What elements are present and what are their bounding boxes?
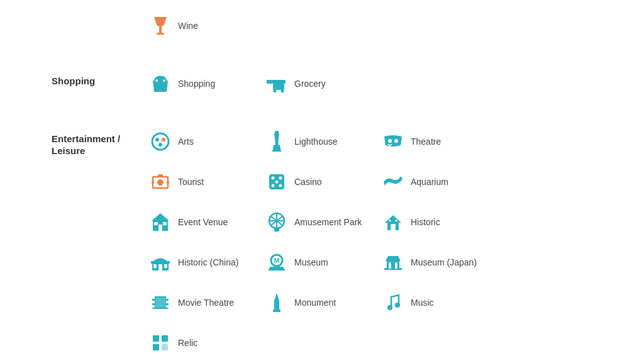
- svg-rect-78: [152, 301, 155, 303]
- svg-rect-14: [157, 33, 164, 35]
- svg-rect-31: [272, 150, 281, 152]
- svg-rect-92: [162, 344, 168, 350]
- svg-point-33: [394, 139, 398, 143]
- arts-icon: [149, 130, 172, 153]
- item-label-shopping: Shopping: [178, 79, 215, 89]
- svg-point-12: [157, 23, 164, 26]
- item-label-wine: Wine: [178, 21, 198, 31]
- item-label-theatre: Theatre: [411, 137, 441, 147]
- svg-rect-56: [274, 227, 279, 232]
- svg-rect-81: [166, 301, 169, 303]
- item-label-arts: Arts: [178, 137, 194, 147]
- music-icon: [382, 291, 404, 314]
- item-monument: Monument: [265, 291, 382, 314]
- svg-marker-58: [385, 215, 401, 223]
- monument-icon: [265, 291, 288, 314]
- svg-rect-19: [273, 84, 284, 90]
- svg-point-21: [281, 89, 284, 92]
- svg-rect-38: [167, 181, 169, 184]
- item-movie-theatre: Movie Theatre: [149, 291, 265, 314]
- museum-icon: M: [265, 251, 288, 274]
- item-label-historic-china: Historic (China): [178, 257, 238, 267]
- svg-point-24: [155, 138, 159, 142]
- svg-rect-73: [384, 268, 402, 270]
- item-label-music: Music: [411, 298, 434, 308]
- svg-point-88: [395, 303, 400, 308]
- item-museum-japan: Museum (Japan): [382, 251, 498, 274]
- svg-rect-22: [267, 81, 273, 83]
- svg-point-40: [272, 176, 275, 179]
- item-label-event-venue: Event Venue: [178, 217, 228, 227]
- item-label-relic: Relic: [178, 338, 197, 348]
- svg-point-32: [388, 139, 392, 143]
- section-label-shopping: Shopping: [52, 72, 149, 87]
- item-music: Music: [382, 291, 498, 314]
- svg-point-44: [275, 180, 279, 183]
- item-label-tourist: Tourist: [178, 177, 204, 187]
- item-amusement-park: Amusement Park: [265, 211, 382, 233]
- svg-marker-27: [274, 133, 279, 145]
- svg-point-41: [279, 176, 282, 179]
- item-label-aquarium: Aquarium: [411, 177, 448, 187]
- item-event-venue: Event Venue: [149, 211, 265, 233]
- theatre-icon: [382, 130, 404, 153]
- item-label-grocery: Grocery: [294, 79, 326, 89]
- item-historic-china: Historic (China): [149, 251, 265, 274]
- movie-theatre-icon: [149, 291, 172, 314]
- section-label-entertainment: Entertainment / Leisure: [52, 130, 149, 157]
- svg-rect-59: [391, 224, 396, 230]
- svg-point-43: [279, 184, 282, 187]
- svg-rect-75: [395, 262, 397, 269]
- svg-rect-79: [152, 305, 155, 308]
- casino-icon: [265, 170, 288, 193]
- historic-china-icon: [149, 251, 172, 274]
- svg-rect-36: [158, 174, 163, 177]
- item-tourist: Tourist: [149, 170, 265, 193]
- section-shopping: Shopping Shopping: [52, 72, 592, 113]
- relic-icon: [149, 332, 172, 354]
- svg-rect-74: [389, 262, 391, 269]
- svg-rect-70: [269, 269, 285, 271]
- svg-rect-66: [164, 264, 167, 268]
- svg-rect-83: [155, 298, 165, 308]
- wine-icon: [149, 14, 172, 37]
- item-lighthouse: Lighthouse: [265, 130, 382, 153]
- historic-icon: [382, 211, 404, 233]
- items-grid-entertainment: Arts Lighthouse: [149, 130, 592, 364]
- item-label-lighthouse: Lighthouse: [294, 137, 338, 147]
- svg-rect-63: [151, 261, 170, 264]
- svg-marker-47: [152, 213, 169, 221]
- svg-rect-77: [152, 296, 155, 299]
- item-label-amusement-park: Amusement Park: [294, 217, 362, 227]
- item-wine: Wine: [149, 14, 265, 37]
- item-casino: Casino: [265, 170, 382, 193]
- item-relic: Relic: [149, 332, 265, 354]
- svg-rect-90: [162, 335, 168, 342]
- item-theatre: Theatre: [382, 130, 498, 153]
- item-shopping: Shopping: [149, 72, 265, 95]
- lighthouse-icon: [265, 130, 288, 153]
- svg-rect-13: [159, 26, 162, 33]
- item-label-movie-theatre: Movie Theatre: [178, 298, 234, 308]
- svg-rect-86: [273, 310, 280, 312]
- svg-point-25: [162, 138, 165, 142]
- svg-rect-82: [166, 305, 169, 308]
- amusement-park-icon: [265, 211, 288, 233]
- svg-point-87: [387, 305, 392, 310]
- section-food-drink: Food & Drink Food: [52, 0, 592, 55]
- svg-point-42: [272, 184, 275, 187]
- svg-rect-80: [166, 296, 169, 299]
- item-label-museum: Museum: [294, 257, 328, 267]
- svg-point-45: [399, 177, 402, 179]
- item-label-historic: Historic: [411, 217, 440, 227]
- shopping-bag-icon: [149, 72, 172, 95]
- item-label-monument: Monument: [294, 298, 336, 308]
- svg-point-23: [152, 133, 169, 150]
- svg-rect-29: [274, 145, 280, 147]
- svg-rect-85: [274, 301, 279, 311]
- svg-point-26: [158, 143, 162, 147]
- svg-marker-71: [386, 256, 401, 261]
- grocery-icon: [265, 72, 288, 95]
- svg-point-35: [157, 179, 164, 186]
- item-historic: Historic: [382, 211, 498, 233]
